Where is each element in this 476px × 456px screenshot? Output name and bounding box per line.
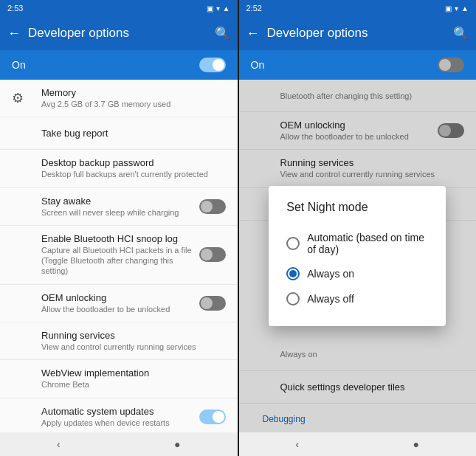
setting-stay-subtitle: Screen will never sleep while charging: [41, 207, 199, 218]
main-toggle-right[interactable]: [438, 58, 464, 72]
wifi-icon-right: ▾: [455, 4, 458, 13]
battery-icon-right: ▣: [445, 4, 452, 13]
search-icon-left[interactable]: 🔍: [215, 26, 230, 41]
radio-always-on[interactable]: Always on: [286, 261, 428, 286]
settings-list-left: ⚙ Memory Avg 2.5 GB of 3.7 GB memory use…: [0, 80, 238, 432]
setting-oem-unlocking[interactable]: OEM unlocking Allow the bootloader to be…: [0, 285, 238, 322]
radio-automatic[interactable]: Automatic (based on time of day): [286, 226, 428, 261]
setting-backup-title: Desktop backup password: [41, 157, 226, 168]
home-nav-left[interactable]: ●: [174, 438, 180, 450]
dialog-overlay: Set Night mode Automatic (based on time …: [239, 80, 477, 432]
setting-backup-password[interactable]: Desktop backup password Desktop full bac…: [0, 150, 238, 187]
back-nav-right[interactable]: ‹: [296, 438, 300, 450]
status-bar-left: 2:53 ▣ ▾ ▲: [0, 0, 238, 16]
setting-wv-title: WebView implementation: [41, 367, 226, 379]
signal-icon-right: ▲: [461, 4, 469, 13]
wifi-icon: ▾: [216, 4, 220, 13]
setting-rs-text: Running services View and control curren…: [41, 330, 226, 352]
setting-bt-subtitle: Capture all Bluetooth HCI packets in a f…: [41, 245, 199, 277]
dimmed-content: Bluetooth after changing this setting) O…: [239, 80, 477, 432]
radio-circle-automatic: [286, 237, 300, 250]
radio-label-always-on: Always on: [307, 268, 354, 280]
on-toggle-bar-right[interactable]: On: [239, 50, 477, 80]
setting-bluetooth-hci[interactable]: Enable Bluetooth HCI snoop log Capture a…: [0, 226, 238, 285]
page-title-left: Developer options: [28, 26, 207, 41]
setting-memory[interactable]: ⚙ Memory Avg 2.5 GB of 3.7 GB memory use…: [0, 80, 238, 117]
setting-memory-subtitle: Avg 2.5 GB of 3.7 GB memory used: [41, 99, 226, 109]
setting-backup-subtitle: Desktop full backups aren't currently pr…: [41, 169, 226, 179]
setting-oem-title: OEM unlocking: [41, 292, 199, 303]
setting-memory-title: Memory: [41, 87, 226, 98]
setting-bt-title: Enable Bluetooth HCI snoop log: [41, 233, 199, 244]
setting-auto-updates[interactable]: Automatic system updates Apply updates w…: [0, 398, 238, 432]
radio-circle-always-off: [286, 292, 300, 305]
toggle-stay-awake[interactable]: [199, 199, 226, 214]
back-nav-left[interactable]: ‹: [57, 438, 61, 450]
time-left: 2:53: [7, 4, 23, 13]
nav-bar-right: ‹ ●: [239, 432, 477, 456]
setting-running-services[interactable]: Running services View and control curren…: [0, 322, 238, 360]
radio-inner-always-on: [289, 270, 297, 277]
set-night-mode-dialog: Set Night mode Automatic (based on time …: [269, 186, 446, 326]
setting-bt-text: Enable Bluetooth HCI snoop log Capture a…: [41, 233, 199, 277]
setting-au-subtitle: Apply updates when device restarts: [41, 418, 199, 428]
setting-memory-text: Memory Avg 2.5 GB of 3.7 GB memory used: [41, 87, 226, 109]
setting-oem-text: OEM unlocking Allow the bootloader to be…: [41, 292, 199, 314]
setting-wv-text: WebView implementation Chrome Beta: [41, 367, 226, 390]
setting-oem-subtitle: Allow the bootloader to be unlocked: [41, 304, 199, 314]
right-phone-panel: 2:52 ▣ ▾ ▲ ← Developer options 🔍 On Blue…: [239, 0, 477, 456]
on-toggle-bar-left[interactable]: On: [0, 50, 238, 80]
home-nav-right[interactable]: ●: [413, 438, 418, 450]
toggle-knob-left: [213, 59, 224, 71]
setting-stay-text: Stay awake Screen will never sleep while…: [41, 196, 199, 218]
setting-wv-subtitle: Chrome Beta: [41, 379, 226, 390]
left-phone-panel: 2:53 ▣ ▾ ▲ ← Developer options 🔍 On ⚙ Me…: [0, 0, 238, 456]
toggle-auto-updates[interactable]: [199, 410, 226, 424]
setting-bug-report[interactable]: Take bug report: [0, 117, 238, 150]
setting-stay-awake[interactable]: Stay awake Screen will never sleep while…: [0, 188, 238, 226]
status-icons-left: ▣ ▾ ▲: [207, 4, 230, 13]
radio-label-automatic: Automatic (based on time of day): [307, 232, 428, 255]
toggle-bt-hci[interactable]: [199, 247, 226, 262]
status-icons-right: ▣ ▾ ▲: [445, 4, 469, 13]
setting-backup-text: Desktop backup password Desktop full bac…: [41, 157, 226, 179]
time-right: 2:52: [246, 4, 262, 13]
setting-au-text: Automatic system updates Apply updates w…: [41, 406, 199, 428]
setting-rs-subtitle: View and control currently running servi…: [41, 342, 226, 352]
memory-icon: ⚙: [12, 90, 24, 106]
battery-icon: ▣: [207, 4, 213, 13]
setting-bug-text: Take bug report: [41, 128, 226, 139]
status-bar-right: 2:52 ▣ ▾ ▲: [239, 0, 477, 16]
dialog-title: Set Night mode: [286, 201, 428, 214]
radio-always-off[interactable]: Always off: [286, 286, 428, 311]
setting-webview[interactable]: WebView implementation Chrome Beta: [0, 360, 238, 398]
search-icon-right[interactable]: 🔍: [453, 26, 469, 41]
setting-rs-title: Running services: [41, 330, 226, 341]
setting-bug-title: Take bug report: [41, 128, 226, 139]
setting-stay-title: Stay awake: [41, 196, 199, 207]
toggle-oem[interactable]: [199, 296, 226, 311]
back-button-right[interactable]: ←: [246, 26, 260, 41]
main-toggle-left[interactable]: [199, 58, 226, 72]
setting-au-title: Automatic system updates: [41, 406, 199, 417]
radio-label-always-off: Always off: [307, 293, 354, 305]
page-title-right: Developer options: [267, 26, 446, 41]
signal-icon: ▲: [223, 4, 230, 13]
radio-circle-always-on: [286, 267, 300, 280]
on-label-left: On: [12, 59, 26, 71]
back-button-left[interactable]: ←: [7, 26, 21, 41]
app-header-left: ← Developer options 🔍: [0, 16, 238, 50]
on-label-right: On: [251, 59, 265, 71]
app-header-right: ← Developer options 🔍: [239, 16, 477, 50]
nav-bar-left: ‹ ●: [0, 432, 238, 456]
